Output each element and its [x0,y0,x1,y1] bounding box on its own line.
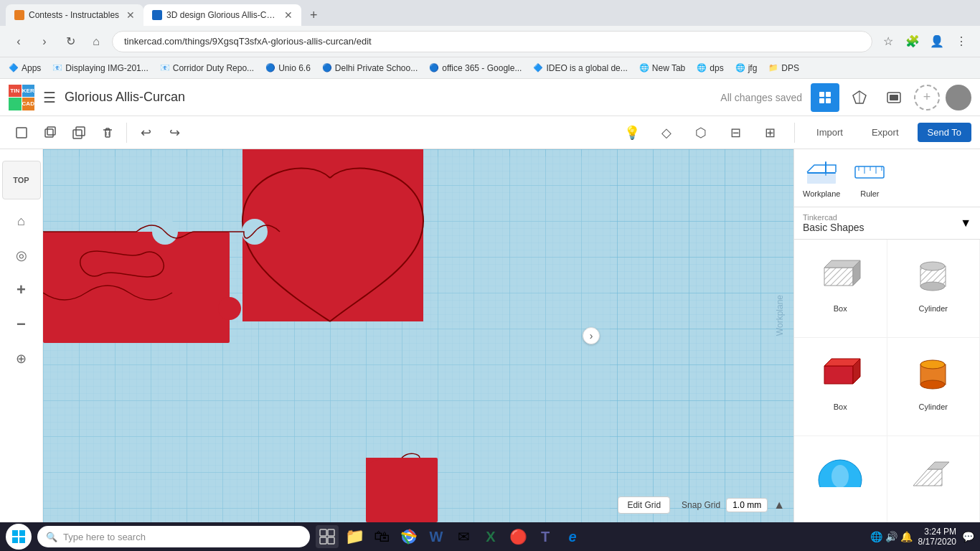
mirror-button[interactable]: ⊞ [757,120,783,146]
align-button[interactable]: ⊟ [722,120,748,146]
svg-line-17 [109,128,110,130]
tab-tinkercad[interactable]: 3D design Glorious Allis-Curcan ✕ [143,4,301,26]
fit-view-button[interactable]: ◎ [9,242,34,268]
shape-box-red[interactable]: Box [794,338,887,436]
network-icon[interactable]: 🌐 [870,531,882,542]
home-view-button[interactable]: ⌂ [9,208,34,234]
svg-rect-11 [73,130,82,138]
bookmark-office[interactable]: 🔵 office 365 - Google... [429,63,522,73]
forward-button[interactable]: › [34,32,55,52]
bookmark-apps[interactable]: 🔷 Apps [9,63,41,73]
import-button[interactable]: Import [806,123,853,142]
tab-close-2[interactable]: ✕ [284,9,293,21]
excel-icon: X [486,529,495,545]
bookmark-newtab[interactable]: 🌐 New Tab [639,63,685,73]
bookmark-img[interactable]: 📧 Displaying IMG-201... [52,63,148,73]
canvas-area[interactable]: Workplane Edit Grid Snap Grid 1.0 mm ▲ › [43,149,793,522]
zoom-out-button[interactable]: − [9,311,34,337]
duplicate-button[interactable] [66,120,92,146]
delete-button[interactable] [95,120,121,146]
tab-add-button[interactable]: + [304,5,324,26]
undo-button[interactable]: ↩ [133,120,159,146]
bookmark-corridor[interactable]: 📧 Corridor Duty Repo... [160,63,254,73]
sim-view-button[interactable] [880,83,908,112]
camera-button[interactable]: ⊕ [9,346,34,372]
shape-button[interactable]: ◇ [654,120,679,146]
zoom-in-button[interactable]: + [9,277,34,303]
shape-cylinder-orange[interactable]: Cylinder [887,338,981,436]
snap-grid-value: 1.0 mm [726,498,768,512]
extensions-icon[interactable]: 🧩 [903,32,923,52]
cylinder-orange-svg [906,352,960,398]
app9-button[interactable]: 🔴 [507,525,529,548]
menu-button[interactable]: ☰ [43,89,56,106]
bookmark-dps[interactable]: 🌐 dps [697,63,723,73]
shape-misc-gray[interactable] [887,436,981,522]
shape-sphere-blue[interactable] [794,436,887,522]
bookmark-icon[interactable]: ☆ [878,32,898,52]
edge-button[interactable]: e [561,525,584,548]
bulb-button[interactable]: 💡 [619,120,645,146]
shape-box-gray[interactable]: Box [794,240,887,338]
app9-icon: 🔴 [509,528,527,545]
bookmark-dps2[interactable]: 📁 DPS [768,63,799,73]
start-button[interactable] [6,524,32,550]
right-panel: Workplane [793,149,980,522]
workplane-svg [804,158,839,187]
sendto-button[interactable]: Send To [918,123,971,142]
bookmark-newtab-label: New Tab [652,63,685,73]
tab-contests[interactable]: Contests - Instructables ✕ [6,4,143,26]
file-explorer-button[interactable]: 📁 [343,525,366,548]
export-button[interactable]: Export [862,123,909,142]
system-time[interactable]: 3:24 PM 8/17/2020 [918,527,956,547]
tab-close-1[interactable]: ✕ [126,9,135,21]
redo-button[interactable]: ↪ [161,120,187,146]
mail-button[interactable]: ✉ [452,525,475,548]
settings-icon[interactable]: ⋮ [951,32,971,52]
taskview-button[interactable] [316,525,339,548]
saved-status: All changes saved [720,92,802,103]
new-button[interactable] [9,120,34,146]
taskbar-search[interactable]: 🔍 Type here to search [37,526,310,547]
action-center-icon[interactable]: 💬 [962,531,974,542]
bookmark-jfg[interactable]: 🌐 jfg [735,63,758,73]
address-bar[interactable] [112,31,872,52]
svg-point-51 [831,465,849,487]
snap-arrow-icon[interactable]: ▲ [773,499,785,512]
store-button[interactable]: 🛍 [370,525,393,548]
new-icon [14,126,29,140]
user-avatar[interactable] [946,85,971,110]
cylinder-gray-svg [906,253,960,300]
bookmark-img-label: Displaying IMG-201... [65,63,148,73]
bookmark-ideo[interactable]: 🔷 IDEO is a global de... [533,63,627,73]
profile-icon[interactable]: 👤 [927,32,947,52]
group-button[interactable]: ⬡ [688,120,714,146]
bookmark-unio[interactable]: 🔵 Unio 6.6 [265,63,311,73]
chrome-button[interactable] [397,525,420,548]
browser-window: Contests - Instructables ✕ 3D design Glo… [0,0,980,551]
large-shape[interactable] [242,149,423,321]
volume-icon[interactable]: 🔊 [885,531,897,542]
tab-title-1: Contests - Instructables [29,10,119,20]
bookmarks-bar: 🔷 Apps 📧 Displaying IMG-201... 📧 Corrido… [0,57,980,79]
ruler-tool[interactable]: Ruler [852,158,887,198]
refresh-button[interactable]: ↻ [60,32,80,52]
workplane-tool[interactable]: Workplane [803,158,840,198]
build-view-button[interactable] [845,83,874,112]
shape-selector[interactable]: Tinkercad Basic Shapes ▼ [794,207,980,240]
teams-button[interactable]: T [534,525,557,548]
bookmark-delhi[interactable]: 🔵 Delhi Private Schoo... [322,63,418,73]
home-button[interactable]: ⌂ [86,32,106,52]
notification-icon[interactable]: 🔔 [900,531,913,542]
small-shape[interactable] [366,453,438,522]
add-user-button[interactable]: + [914,85,940,110]
shape-cylinder-gray[interactable]: Cylinder [887,240,981,338]
grid-view-button[interactable] [811,83,839,112]
panel-collapse-button[interactable]: › [583,327,600,344]
edit-grid-button[interactable]: Edit Grid [618,496,670,514]
copy-stamp-button[interactable] [37,120,63,146]
word-button[interactable]: W [425,525,448,548]
teams-icon: T [541,529,550,545]
excel-button[interactable]: X [479,525,502,548]
back-button[interactable]: ‹ [9,32,29,52]
